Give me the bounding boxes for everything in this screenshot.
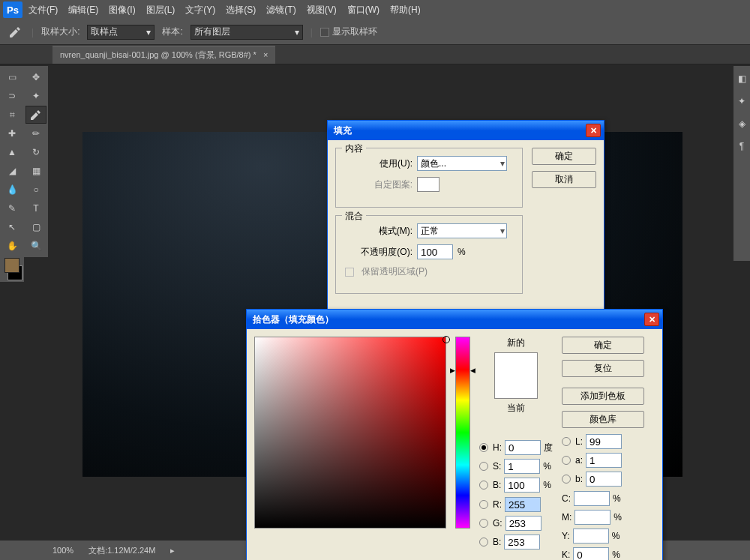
- marquee-tool[interactable]: ▭: [2, 68, 22, 86]
- blend-fieldset: 混合 模式(M): 正常▾ 不透明度(O): % 保留透明区域(P): [335, 215, 523, 294]
- preserve-label: 保留透明区域(P): [362, 265, 428, 278]
- ok-button[interactable]: 确定: [532, 148, 596, 165]
- sample-select[interactable]: 所有图层▾: [190, 25, 303, 40]
- hue-slider[interactable]: [455, 337, 470, 529]
- toolbox-col2: ✥ ✦ ✏ ↻ ▦ ○ T ▢ 🔍: [24, 66, 48, 257]
- fill-dialog-title: 填充: [334, 124, 352, 137]
- eraser-tool[interactable]: ◢: [2, 162, 22, 180]
- toolbox-col1: ▭ ⊃ ⌗ ✚ ▲ ◢ 💧 ✎ ↖ ✋: [0, 66, 24, 282]
- color-swatches[interactable]: [0, 258, 24, 280]
- h-radio[interactable]: [479, 443, 488, 452]
- h-input[interactable]: [505, 440, 541, 455]
- history-brush-tool[interactable]: ↻: [26, 143, 46, 161]
- close-button[interactable]: ✕: [644, 313, 659, 326]
- close-icon[interactable]: ×: [263, 50, 268, 59]
- use-label: 使用(U):: [345, 157, 412, 170]
- doc-info: 文档:1.12M/2.24M: [88, 545, 155, 556]
- ok-button[interactable]: 确定: [562, 337, 644, 354]
- menu-layer[interactable]: 图层(L): [142, 1, 180, 19]
- show-ring-checkbox[interactable]: [320, 28, 329, 37]
- blur-tool[interactable]: 💧: [2, 181, 22, 199]
- menu-image[interactable]: 图像(I): [104, 1, 140, 19]
- bv-input[interactable]: [504, 535, 540, 550]
- panel-icon[interactable]: ◧: [738, 73, 746, 84]
- panel-icon[interactable]: ¶: [740, 141, 744, 151]
- document-tab-bar: nvren_quanji_bisai-001.jpg @ 100% (背景, R…: [0, 45, 750, 64]
- crop-tool[interactable]: ⌗: [2, 106, 22, 124]
- stamp-tool[interactable]: ▲: [2, 143, 22, 161]
- color-field[interactable]: [254, 337, 446, 529]
- lasso-tool[interactable]: ⊃: [2, 87, 22, 105]
- b-radio[interactable]: [479, 481, 488, 490]
- c-input[interactable]: [574, 491, 610, 506]
- s-radio[interactable]: [479, 462, 488, 471]
- type-tool[interactable]: T: [26, 199, 46, 217]
- k-input[interactable]: [573, 547, 609, 560]
- b-input[interactable]: [504, 478, 540, 493]
- chevron-right-icon[interactable]: ▸: [170, 546, 175, 556]
- panel-icon[interactable]: ✦: [738, 96, 746, 106]
- l-input[interactable]: [586, 434, 622, 449]
- content-legend: 内容: [342, 142, 366, 155]
- pen-tool[interactable]: ✎: [2, 199, 22, 217]
- add-swatch-button[interactable]: 添加到色板: [562, 388, 644, 405]
- path-tool[interactable]: ↖: [2, 218, 22, 236]
- panel-icon[interactable]: ◈: [739, 118, 746, 129]
- a-radio[interactable]: [562, 456, 571, 465]
- pattern-label: 自定图案:: [345, 178, 412, 191]
- picker-title: 拾色器（填充颜色）: [253, 313, 334, 326]
- lab-b-input[interactable]: [586, 472, 622, 487]
- foreground-color[interactable]: [4, 258, 20, 273]
- document-tab[interactable]: nvren_quanji_bisai-001.jpg @ 100% (背景, R…: [52, 46, 275, 64]
- m-input[interactable]: [574, 510, 610, 525]
- zoom-level[interactable]: 100%: [52, 546, 74, 555]
- brush-tool[interactable]: ✏: [26, 124, 46, 142]
- g-input[interactable]: [506, 516, 542, 531]
- menu-type[interactable]: 文字(Y): [181, 1, 220, 19]
- use-select[interactable]: 颜色...▾: [417, 156, 507, 171]
- current-color[interactable]: [495, 376, 537, 398]
- zoom-tool[interactable]: 🔍: [26, 237, 46, 255]
- r-input[interactable]: [505, 497, 541, 512]
- menu-file[interactable]: 文件(F): [24, 1, 62, 19]
- menu-edit[interactable]: 编辑(E): [64, 1, 103, 19]
- menu-select[interactable]: 选择(S): [221, 1, 260, 19]
- opacity-input[interactable]: [417, 244, 453, 259]
- app-logo: Ps: [3, 1, 22, 18]
- current-label: 当前: [507, 402, 525, 415]
- mode-select[interactable]: 正常▾: [417, 223, 507, 238]
- lab-b-radio[interactable]: [562, 475, 571, 484]
- menu-view[interactable]: 视图(V): [302, 1, 341, 19]
- blend-legend: 混合: [342, 210, 366, 223]
- heal-tool[interactable]: ✚: [2, 124, 22, 142]
- hue-indicator: ▶◀: [450, 367, 476, 374]
- menu-bar: Ps 文件(F) 编辑(E) 图像(I) 图层(L) 文字(Y) 选择(S) 滤…: [0, 0, 750, 19]
- fill-dialog-titlebar[interactable]: 填充 ✕: [328, 121, 604, 140]
- picker-titlebar[interactable]: 拾色器（填充颜色） ✕: [247, 310, 662, 329]
- menu-help[interactable]: 帮助(H): [386, 1, 425, 19]
- options-bar: | 取样大小: 取样点▾ 样本: 所有图层▾ | 显示取样环: [0, 19, 750, 45]
- dodge-tool[interactable]: ○: [26, 181, 46, 199]
- hand-tool[interactable]: ✋: [2, 237, 22, 255]
- close-button[interactable]: ✕: [586, 124, 601, 137]
- reset-button[interactable]: 复位: [562, 360, 644, 377]
- pattern-swatch[interactable]: [417, 177, 440, 192]
- move-tool[interactable]: ✥: [26, 68, 46, 86]
- a-input[interactable]: [586, 453, 622, 468]
- s-input[interactable]: [504, 459, 540, 474]
- sample-size-select[interactable]: 取样点▾: [87, 25, 154, 40]
- gradient-tool[interactable]: ▦: [26, 162, 46, 180]
- l-radio[interactable]: [562, 437, 571, 446]
- preserve-checkbox[interactable]: [345, 268, 354, 277]
- cancel-button[interactable]: 取消: [532, 171, 596, 188]
- y-input[interactable]: [573, 529, 609, 544]
- menu-filter[interactable]: 滤镜(T): [262, 1, 300, 19]
- menu-window[interactable]: 窗口(W): [343, 1, 384, 19]
- wand-tool[interactable]: ✦: [26, 87, 46, 105]
- color-lib-button[interactable]: 颜色库: [562, 411, 644, 428]
- r-radio[interactable]: [479, 500, 488, 509]
- g-radio[interactable]: [479, 519, 488, 528]
- bv-radio[interactable]: [479, 538, 488, 547]
- shape-tool[interactable]: ▢: [26, 218, 46, 236]
- eyedropper-tool[interactable]: [26, 106, 46, 124]
